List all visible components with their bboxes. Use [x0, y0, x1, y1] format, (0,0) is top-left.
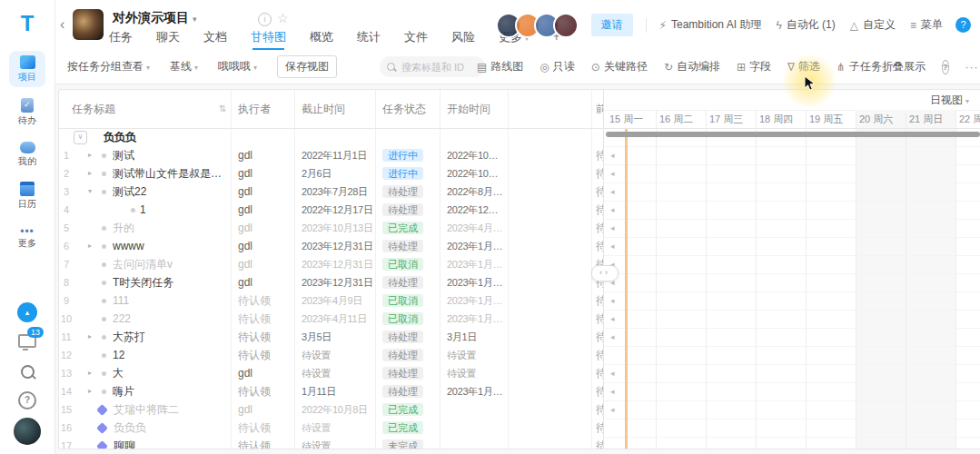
- gantt-help-button[interactable]: ?: [942, 60, 949, 74]
- save-view-button[interactable]: 保存视图: [277, 55, 337, 78]
- group-row[interactable]: ∨负负负: [59, 128, 603, 146]
- jump-to-bar-arrow[interactable]: ◂: [610, 370, 615, 378]
- jump-to-bar-arrow[interactable]: ◂: [610, 188, 615, 196]
- status-badge[interactable]: 待处理: [382, 240, 423, 252]
- action-ai[interactable]: ⚡Teambition AI 助理: [659, 17, 762, 33]
- tab-任务[interactable]: 任务: [109, 27, 133, 50]
- collapse-caret-icon[interactable]: ▾: [88, 183, 92, 201]
- expand-caret-icon[interactable]: ▸: [88, 382, 92, 400]
- time-scale-dropdown[interactable]: 日视图▾: [930, 93, 969, 108]
- task-row[interactable]: 2▸测试带山文件是叔是叔是叔是叔是叔是gdl2月6日进行中2022年10月27日…: [59, 164, 603, 183]
- task-row[interactable]: 41gdl2022年12月17日待处理2022年12月17日待定: [59, 201, 603, 219]
- expand-caret-icon[interactable]: ▸: [88, 164, 92, 183]
- status-badge[interactable]: 待处理: [382, 185, 423, 198]
- project-cover-image[interactable]: [73, 9, 104, 40]
- task-row[interactable]: 5升的gdl2023年10月13日已完成2023年4月21日待定: [59, 219, 603, 237]
- tab-文件[interactable]: 文件: [404, 27, 428, 50]
- task-row[interactable]: 15艾瑞中将阵二gdl2022年10月8日已完成待定: [59, 400, 603, 419]
- jump-to-bar-arrow[interactable]: ◂: [610, 152, 615, 160]
- user-avatar[interactable]: [0, 418, 54, 445]
- jump-to-bar-arrow[interactable]: ◂: [610, 170, 615, 178]
- member-avatar[interactable]: [553, 13, 579, 38]
- status-badge[interactable]: 已完成: [382, 421, 423, 434]
- task-row[interactable]: 7去问问清单vgdl2023年12月31日已取消2023年1月1日待定: [59, 255, 603, 273]
- tab-聊天[interactable]: 聊天: [156, 27, 180, 50]
- status-badge[interactable]: 已取消: [382, 312, 423, 325]
- toolbar-auto-arrange[interactable]: ↻自动编排: [664, 59, 720, 74]
- sidebar-item-project[interactable]: 项目: [9, 51, 45, 87]
- status-badge[interactable]: 待处理: [382, 203, 423, 216]
- back-chevron-icon[interactable]: ‹: [60, 16, 64, 33]
- status-badge[interactable]: 待处理: [382, 367, 423, 380]
- task-row[interactable]: 16负负负待认领待设置已完成待定: [59, 419, 603, 437]
- jump-to-bar-arrow[interactable]: ◂: [610, 388, 615, 396]
- star-icon[interactable]: ☆: [277, 11, 289, 25]
- search-input[interactable]: [400, 61, 476, 74]
- pane-collapse-handle[interactable]: ‹›: [591, 265, 619, 281]
- jump-to-bar-arrow[interactable]: ◂: [610, 333, 615, 341]
- status-badge[interactable]: 已取消: [382, 294, 423, 307]
- status-badge[interactable]: 已取消: [382, 258, 423, 271]
- saved-view-dropdown[interactable]: 哦哦哦▾: [218, 59, 257, 74]
- group-checkbox[interactable]: ∨: [74, 131, 87, 144]
- expand-caret-icon[interactable]: ▸: [88, 364, 92, 382]
- search-box[interactable]: [380, 56, 485, 77]
- task-row[interactable]: 8T时关闭任务gdl2023年12月31日待处理2023年1月1日待定: [59, 273, 603, 291]
- status-badge[interactable]: 已完成: [382, 222, 423, 234]
- toolbar-more-button[interactable]: ···: [965, 61, 979, 74]
- toolbar-readonly[interactable]: ◎只读: [539, 59, 574, 74]
- member-avatars[interactable]: [502, 13, 579, 38]
- jump-to-bar-arrow[interactable]: ◂: [610, 224, 615, 232]
- jump-to-bar-arrow[interactable]: ◂: [610, 406, 615, 414]
- help-circle-button[interactable]: ?: [955, 17, 971, 33]
- status-badge[interactable]: 未完成: [382, 439, 423, 449]
- expand-caret-icon[interactable]: ▸: [88, 146, 92, 164]
- status-badge[interactable]: 待处理: [382, 276, 423, 289]
- toolbar-subtask-collapse[interactable]: ⋔子任务折叠展示: [836, 59, 926, 74]
- status-badge[interactable]: 进行中: [382, 167, 423, 180]
- task-row[interactable]: 13▸大gdl待设置待处理待设置待定: [59, 364, 603, 382]
- task-row[interactable]: 3▾测试22gdl2023年7月28日待处理2022年8月29日待定: [59, 183, 603, 201]
- expand-caret-icon[interactable]: ▸: [88, 237, 92, 255]
- status-badge[interactable]: 待处理: [382, 331, 423, 343]
- task-row[interactable]: 1▸测试gdl2022年11月1日进行中2022年10月27日待定: [59, 146, 603, 164]
- jump-to-bar-arrow[interactable]: ◂: [610, 242, 615, 251]
- action-customize[interactable]: △自定义: [850, 17, 896, 33]
- group-view-dropdown[interactable]: 按任务分组查看▾: [67, 59, 150, 74]
- status-badge[interactable]: 进行中: [382, 149, 423, 162]
- task-row[interactable]: 9111待认领2023年4月9日已取消2023年1月1日待定: [59, 291, 603, 310]
- status-badge[interactable]: 已完成: [382, 403, 423, 416]
- task-row[interactable]: 6▸wwwwgdl2023年12月31日待处理2023年1月1日待定: [59, 237, 603, 255]
- sidebar-item-todo[interactable]: 待办: [9, 94, 45, 131]
- tab-甘特图[interactable]: 甘特图: [251, 27, 286, 50]
- help-button[interactable]: ?: [0, 391, 54, 410]
- jump-to-bar-arrow[interactable]: ◂: [610, 315, 615, 323]
- task-row[interactable]: 14▸嗨片待认领1月11日待处理2023年1月7日待定: [59, 382, 603, 400]
- toolbar-fields[interactable]: ⊞字段: [737, 59, 771, 74]
- jump-to-bar-arrow[interactable]: ◂: [610, 206, 615, 214]
- task-row[interactable]: 10222待认领2023年4月11日已取消2023年1月1日待定: [59, 310, 603, 328]
- teambition-logo-icon[interactable]: T: [0, 11, 54, 36]
- tab-统计[interactable]: 统计: [357, 27, 381, 50]
- tab-风险[interactable]: 风险: [451, 27, 475, 50]
- task-row[interactable]: 11▸大苏打待认领3月5日待处理3月1日待定: [59, 328, 603, 346]
- jump-to-bar-arrow[interactable]: ◂: [610, 297, 615, 305]
- sidebar-item-mine[interactable]: 我的: [9, 136, 45, 173]
- action-automation[interactable]: ϟ自动化 (1): [776, 17, 835, 33]
- project-info-icon[interactable]: i: [258, 13, 272, 26]
- sidebar-item-more[interactable]: •••更多: [9, 221, 45, 257]
- tab-文档[interactable]: 文档: [203, 27, 227, 50]
- group-summary-bar[interactable]: [606, 132, 980, 137]
- toolbar-critical-path[interactable]: ⊙关键路径: [591, 59, 648, 74]
- sidebar-item-calendar[interactable]: 日历: [9, 178, 45, 214]
- invite-button[interactable]: 邀请: [591, 14, 633, 36]
- toolbar-roadmap[interactable]: ▤路线图: [477, 59, 523, 74]
- global-search-button[interactable]: [0, 365, 54, 379]
- toolbar-filter[interactable]: ∇筛选: [787, 59, 820, 74]
- project-title[interactable]: 对外演示项目▾: [113, 10, 197, 26]
- client-download-button[interactable]: 13: [0, 334, 54, 348]
- task-row[interactable]: 1212待认领待设置待处理待设置待定: [59, 346, 603, 364]
- status-badge[interactable]: 待处理: [382, 385, 423, 398]
- task-row[interactable]: 17聊聊待认领待设置未完成待定: [59, 437, 603, 449]
- tab-概览[interactable]: 概览: [310, 27, 333, 50]
